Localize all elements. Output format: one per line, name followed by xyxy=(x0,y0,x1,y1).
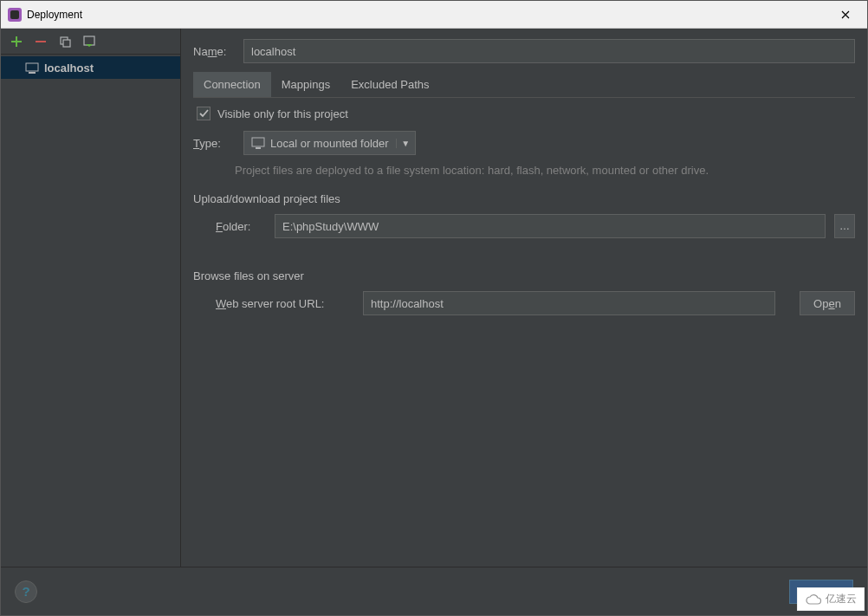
window-title: Deployment xyxy=(27,9,82,21)
settings-tabs: Connection Mappings Excluded Paths xyxy=(193,72,855,98)
server-list: localhost xyxy=(1,55,180,567)
mark-default-button[interactable] xyxy=(82,35,96,49)
ellipsis-icon: … xyxy=(839,220,850,232)
svg-rect-6 xyxy=(29,72,36,74)
svg-rect-7 xyxy=(252,138,264,146)
server-icon xyxy=(25,61,39,75)
help-icon: ? xyxy=(22,584,29,599)
type-combo[interactable]: Local or mounted folder ▼ xyxy=(243,131,416,155)
type-value: Local or mounted folder xyxy=(270,137,389,150)
open-url-button[interactable]: Open xyxy=(800,291,855,315)
watermark: 亿速云 xyxy=(797,587,865,611)
type-label: Type: xyxy=(193,137,235,150)
name-label: Name: xyxy=(193,45,235,58)
tab-connection[interactable]: Connection xyxy=(193,72,271,97)
close-button[interactable] xyxy=(826,2,865,28)
sidebar-toolbar xyxy=(1,29,180,55)
browse-folder-button[interactable]: … xyxy=(834,214,855,238)
cloud-icon xyxy=(805,593,822,606)
browse-section-title: Browse files on server xyxy=(193,269,855,282)
type-hint: Project files are deployed to a file sys… xyxy=(193,164,855,177)
svg-rect-5 xyxy=(26,63,38,71)
remove-server-button[interactable] xyxy=(34,35,48,49)
main-panel: Name: Connection Mappings Excluded Paths… xyxy=(181,29,867,567)
add-server-button[interactable] xyxy=(10,35,23,49)
visible-only-label: Visible only for this project xyxy=(217,107,348,120)
url-label: Web server root URL: xyxy=(216,297,354,310)
watermark-text: 亿速云 xyxy=(826,592,857,606)
chevron-down-icon: ▼ xyxy=(396,139,415,148)
deployment-window: Deployment xyxy=(0,0,868,616)
svg-rect-1 xyxy=(10,10,19,19)
url-input[interactable] xyxy=(363,291,775,315)
help-button[interactable]: ? xyxy=(15,580,37,603)
visible-only-checkbox[interactable] xyxy=(197,107,211,120)
folder-label: Folder: xyxy=(216,220,266,233)
upload-section-title: Upload/download project files xyxy=(193,192,855,205)
tab-mappings[interactable]: Mappings xyxy=(271,72,340,97)
svg-rect-3 xyxy=(63,40,70,47)
svg-rect-4 xyxy=(84,36,94,45)
sidebar-item-label: localhost xyxy=(44,62,94,75)
name-input[interactable] xyxy=(243,39,855,63)
svg-rect-8 xyxy=(256,147,261,149)
sidebar-item-localhost[interactable]: localhost xyxy=(1,56,180,79)
titlebar: Deployment xyxy=(1,1,867,29)
dialog-footer: ? OK xyxy=(1,567,867,615)
monitor-icon xyxy=(251,136,265,150)
dialog-body: localhost Name: Connection Mappings Excl… xyxy=(1,29,867,567)
copy-server-button[interactable] xyxy=(58,35,72,49)
tab-excluded-paths[interactable]: Excluded Paths xyxy=(340,72,439,97)
sidebar: localhost xyxy=(1,29,181,567)
phpstorm-icon xyxy=(8,8,22,22)
folder-input[interactable] xyxy=(275,214,826,238)
